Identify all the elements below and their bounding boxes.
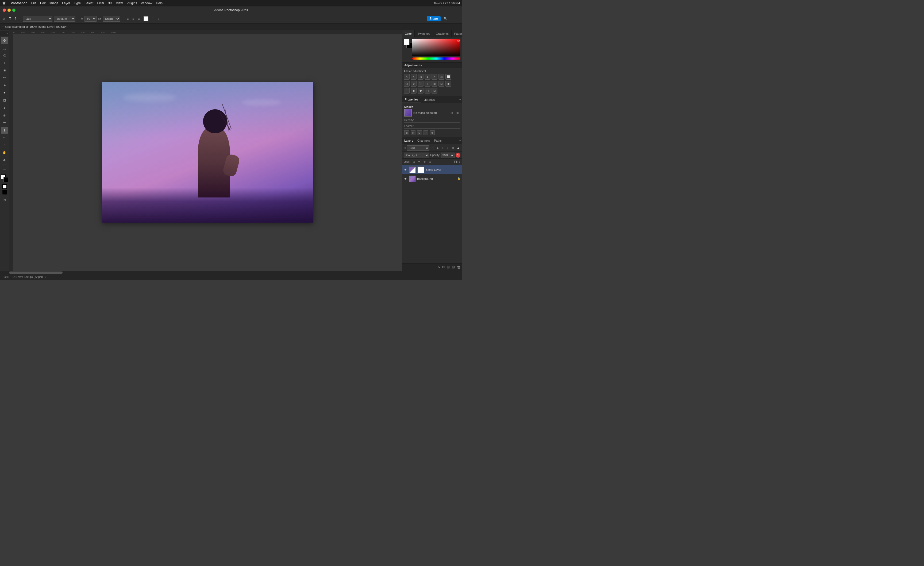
scroll-thumb[interactable] (9, 271, 63, 274)
filter-shape-icon[interactable]: ○ (446, 146, 450, 150)
font-family-select[interactable]: Lato (23, 16, 52, 22)
tab-layers[interactable]: Layers (402, 137, 415, 144)
crop-tool[interactable]: ⊹ (1, 59, 8, 66)
brush-tool[interactable]: ✏ (1, 74, 8, 81)
feather-bar[interactable] (404, 128, 460, 129)
fg-swatch[interactable] (404, 39, 410, 45)
fx-button[interactable]: fx (438, 266, 440, 269)
nav-arrow[interactable]: › (45, 276, 46, 279)
lock-transparent-btn[interactable]: ⊞ (412, 160, 416, 164)
adj-exposure[interactable]: ◑ (418, 74, 423, 79)
filter-pixel-icon[interactable]: ⬚ (430, 146, 435, 150)
zoom-tool[interactable]: ⊕ (1, 157, 8, 163)
fg-color-box[interactable] (2, 184, 7, 189)
filter-smart-icon[interactable]: ⊕ (451, 146, 455, 150)
menu-filter[interactable]: Filter (97, 1, 104, 5)
adj-extra[interactable]: ⊡ (432, 88, 437, 94)
eraser-tool[interactable]: ◻ (1, 97, 8, 104)
align-right-button[interactable]: ≡ (137, 16, 141, 21)
adj-colorbal[interactable]: ◎ (438, 74, 444, 79)
filter-toggle[interactable]: ● (456, 146, 460, 150)
character-panel-button[interactable]: ¶ (14, 16, 17, 21)
lock-artboard-btn[interactable]: ⊡ (428, 160, 432, 164)
mask-thumbnail[interactable] (404, 109, 412, 117)
tab-patterns[interactable]: Patterns (452, 30, 462, 37)
menu-3d[interactable]: 3D (108, 1, 112, 5)
adj-curves[interactable]: ∿ (411, 74, 417, 79)
adj-poster[interactable]: ≡ (424, 81, 430, 87)
mask-pixel-btn[interactable]: ⊡ (449, 110, 454, 115)
create-layer-button[interactable]: ⊟ (452, 265, 455, 269)
anti-alias-select[interactable]: Sharp (103, 16, 120, 22)
pen-tool[interactable]: ✒ (1, 119, 8, 126)
prop-panel-collapse[interactable]: ≡ (458, 98, 462, 101)
tab-paths[interactable]: Paths (432, 137, 444, 144)
adj-brightness[interactable]: ☀ (404, 74, 410, 79)
tab-channels[interactable]: Channels (415, 137, 432, 144)
filter-adj-icon[interactable]: ◈ (435, 146, 440, 150)
filter-type-icon[interactable]: T (441, 146, 445, 150)
delete-layer-button[interactable]: 🗑 (457, 265, 460, 269)
layer-background[interactable]: 👁 Background 🔒 (402, 174, 462, 183)
shape-tool[interactable]: ○ (1, 142, 8, 148)
menu-type[interactable]: Type (74, 1, 81, 5)
mask-delete-btn[interactable]: 🗑 (430, 130, 435, 135)
add-mask-button[interactable]: ⊡ (442, 265, 445, 269)
font-size-select[interactable]: 30 pt (84, 16, 96, 22)
menu-file[interactable]: File (31, 1, 36, 5)
menu-window[interactable]: Window (141, 1, 152, 5)
adj-gradient-map[interactable]: ◉ (446, 81, 451, 87)
path-select-tool[interactable]: ↖ (1, 134, 8, 141)
hand-tool[interactable]: ✋ (1, 149, 8, 156)
menu-image[interactable]: Image (50, 1, 58, 5)
search-button[interactable]: 🔍 (442, 16, 448, 21)
type-tool-button[interactable]: T (8, 16, 12, 21)
cancel-type-button[interactable]: ✓ (156, 16, 161, 21)
clone-tool[interactable]: ⊕ (1, 82, 8, 89)
tab-close-icon[interactable]: × (2, 25, 4, 28)
tools-collapse-button[interactable]: » (6, 32, 8, 35)
tab-color[interactable]: Color (402, 30, 415, 37)
mask-select-btn[interactable]: ⊡ (417, 130, 422, 135)
adj-levels[interactable]: ⌇ (404, 88, 410, 94)
close-button[interactable] (3, 9, 6, 12)
menu-plugins[interactable]: Plugins (126, 1, 137, 5)
history-brush-tool[interactable]: ✦ (1, 89, 8, 96)
adj-photo-filter[interactable]: ⬡ (404, 81, 410, 87)
tab-gradients[interactable]: Gradients (433, 30, 452, 37)
blend-mode-select[interactable]: Pin Light (404, 153, 429, 158)
share-button[interactable]: Share (427, 16, 441, 21)
adj-channel-mix[interactable]: ⊕ (411, 81, 417, 87)
adj-threshold[interactable]: ⊞ (432, 81, 437, 87)
color-gradient-field[interactable] (412, 39, 460, 56)
bg-color-box[interactable] (2, 190, 7, 195)
text-color-swatch[interactable] (144, 16, 148, 21)
adj-selective[interactable]: ⊟ (438, 81, 444, 87)
adj-vibrance[interactable]: ◈ (424, 74, 430, 79)
opacity-select[interactable]: 50% (441, 153, 454, 158)
layer-blend-eye[interactable]: 👁 (404, 168, 408, 172)
healing-tool[interactable]: ⊠ (1, 67, 8, 74)
canvas-image[interactable] (102, 82, 314, 223)
density-bar[interactable] (404, 122, 460, 123)
align-left-button[interactable]: ≡ (126, 16, 130, 21)
gradient-tool[interactable]: ◈ (1, 104, 8, 111)
adj-bw[interactable]: ⬜ (446, 74, 451, 79)
adj-hsl[interactable]: △ (432, 74, 437, 79)
maximize-button[interactable] (12, 9, 15, 12)
menu-help[interactable]: Help (156, 1, 162, 5)
menu-view[interactable]: View (116, 1, 123, 5)
mask-vector-btn[interactable]: ⊞ (455, 110, 460, 115)
adj-gradient2[interactable]: ◻ (424, 88, 430, 94)
lasso-tool[interactable]: ◎ (1, 52, 8, 59)
create-group-button[interactable]: ⊞ (447, 265, 450, 269)
layer-bg-eye[interactable]: 👁 (404, 177, 408, 181)
mask-mode-button[interactable]: ⊡ (1, 196, 8, 204)
layer-blend[interactable]: 👁 Blend Layer (402, 165, 462, 174)
mask-invert-btn[interactable]: ◎ (411, 130, 416, 135)
move-tool[interactable]: ✛ (1, 37, 8, 44)
align-center-button[interactable]: ≡ (131, 16, 135, 21)
font-style-select[interactable]: Medium (54, 16, 75, 22)
home-button[interactable]: ⌂ (2, 16, 6, 21)
menu-edit[interactable]: Edit (40, 1, 46, 5)
